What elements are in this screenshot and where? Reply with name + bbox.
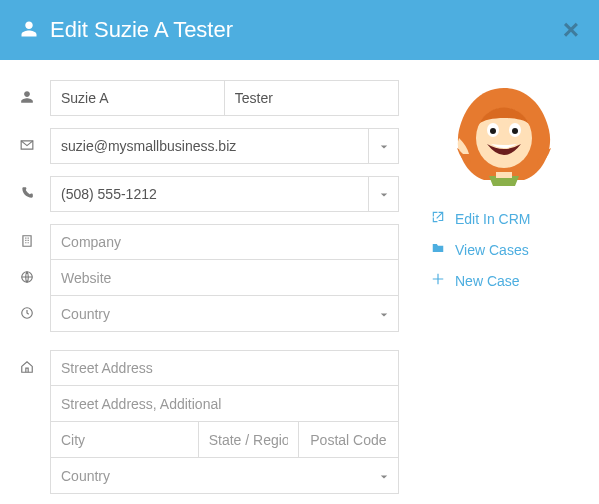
street1-input[interactable] [50,350,399,386]
email-input[interactable] [50,128,369,164]
new-case-label: New Case [455,273,520,289]
phone-dropdown-button[interactable] [369,176,399,212]
city-input[interactable] [50,422,199,458]
home-icon [20,350,50,494]
side-column: Edit In CRM View Cases New Case [429,80,579,504]
view-cases-link[interactable]: View Cases [431,241,579,258]
caret-down-icon [380,186,388,202]
street2-input[interactable] [50,386,399,422]
external-link-icon [431,210,445,227]
title-group: Edit Suzie A Tester [20,17,233,43]
email-dropdown-button[interactable] [369,128,399,164]
caret-down-icon [380,138,388,154]
last-name-input[interactable] [225,80,399,116]
caret-down-icon [380,306,388,322]
modal-body: Country Country [0,60,599,504]
svg-point-5 [490,128,496,134]
country2-label: Country [61,468,110,484]
address-row: Country [20,350,399,494]
edit-in-crm-label: Edit In CRM [455,211,530,227]
folder-icon [431,241,445,258]
clock-icon [20,296,50,332]
modal-header: Edit Suzie A Tester × [0,0,599,60]
svg-point-6 [512,128,518,134]
close-icon[interactable]: × [563,16,579,44]
state-input[interactable] [199,422,299,458]
person-icon [20,80,50,116]
envelope-icon [20,128,50,164]
plus-icon [431,272,445,289]
person-icon [20,20,38,41]
postal-input[interactable] [299,422,399,458]
modal-title: Edit Suzie A Tester [50,17,233,43]
phone-icon [20,176,50,212]
website-row [20,260,399,296]
form-column: Country Country [20,80,399,504]
country2-select[interactable]: Country [50,458,399,494]
side-links: Edit In CRM View Cases New Case [429,210,579,289]
globe-icon [20,260,50,296]
country1-select[interactable]: Country [50,296,399,332]
first-name-input[interactable] [50,80,225,116]
email-row [20,128,399,164]
edit-in-crm-link[interactable]: Edit In CRM [431,210,579,227]
view-cases-label: View Cases [455,242,529,258]
avatar [449,80,559,190]
caret-down-icon [380,468,388,484]
country1-row: Country [20,296,399,332]
company-row [20,224,399,260]
new-case-link[interactable]: New Case [431,272,579,289]
company-input[interactable] [50,224,399,260]
country1-label: Country [61,306,110,322]
website-input[interactable] [50,260,399,296]
phone-input[interactable] [50,176,369,212]
name-row [20,80,399,116]
building-icon [20,224,50,260]
phone-row [20,176,399,212]
